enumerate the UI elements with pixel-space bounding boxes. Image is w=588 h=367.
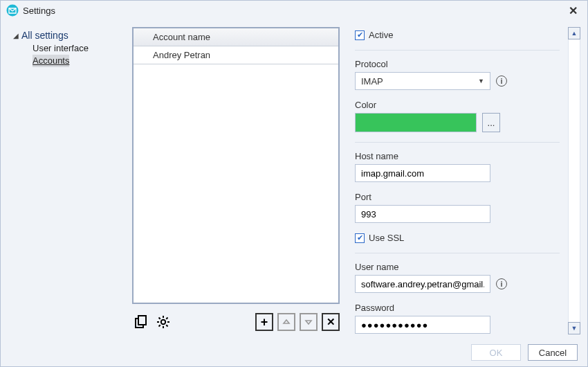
svg-point-0 [7,5,19,17]
info-icon[interactable]: i [496,75,507,87]
tree-item-user-interface[interactable]: User interface [33,42,89,55]
window-title: Settings [23,6,564,16]
protocol-label: Protocol [355,59,560,69]
color-swatch[interactable] [355,113,477,132]
separator [355,253,560,253]
move-down-button[interactable] [300,313,318,331]
accounts-list: Account name Andrey Petran [132,27,340,304]
separator [355,142,560,143]
svg-line-10 [159,325,160,326]
username-input[interactable] [355,275,490,293]
app-icon [6,4,19,17]
protocol-value: IMAP [361,76,383,87]
settings-tree: ◢ All settings User interface Accounts [8,27,125,334]
accounts-toolbar: + ✕ [132,310,340,334]
active-checkbox[interactable]: ✔ Active [355,30,560,40]
host-input[interactable] [355,164,490,182]
color-picker-button[interactable]: ... [482,113,500,132]
info-icon[interactable]: i [496,278,507,289]
accounts-pane: Account name Andrey Petran [132,27,340,334]
password-label: Password [355,303,560,313]
svg-line-8 [159,318,160,319]
separator [355,50,560,51]
titlebar: Settings ✕ [1,1,587,20]
host-label: Host name [355,151,560,161]
add-button[interactable]: + [255,313,273,331]
account-row[interactable]: Andrey Petran [134,46,338,64]
chevron-down-icon: ▼ [478,78,484,84]
content-area: ◢ All settings User interface Accounts A… [1,20,587,339]
svg-rect-2 [138,316,146,325]
checkbox-checked-icon: ✔ [355,30,365,40]
svg-point-3 [161,320,165,324]
gear-icon[interactable] [154,313,172,331]
scroll-down-button[interactable]: ▼ [568,322,580,334]
form-scrollbar: ▲ ▼ [568,27,580,334]
remove-button[interactable]: ✕ [322,313,340,331]
tree-root[interactable]: ◢ All settings [13,30,125,41]
ssl-label: Use SSL [369,233,404,243]
ssl-checkbox[interactable]: ✔ Use SSL [355,233,560,243]
port-input[interactable] [355,205,490,223]
svg-line-9 [166,325,167,326]
protocol-select[interactable]: IMAP ▼ [355,72,490,90]
svg-line-11 [166,318,167,319]
move-up-button[interactable] [277,313,295,331]
chevron-down-icon: ◢ [13,32,19,39]
cancel-button[interactable]: Cancel [528,344,578,361]
dialog-footer: OK Cancel [1,339,587,366]
username-label: User name [355,262,560,272]
color-label: Color [355,100,560,110]
ok-button[interactable]: OK [471,344,521,361]
active-label: Active [369,30,393,40]
tree-root-label: All settings [21,30,68,41]
checkbox-checked-icon: ✔ [355,233,365,243]
scroll-up-button[interactable]: ▲ [568,27,580,39]
settings-window: Settings ✕ ◢ All settings User interface… [0,0,588,367]
password-input[interactable] [355,316,490,334]
account-form: ✔ Active Protocol IMAP ▼ i Color [352,27,580,334]
tree-item-accounts[interactable]: Accounts [33,55,69,67]
close-icon[interactable]: ✕ [564,4,582,17]
scrollbar-track[interactable] [568,39,580,322]
accounts-list-header[interactable]: Account name [134,28,338,46]
duplicate-icon[interactable] [132,313,150,331]
port-label: Port [355,192,560,202]
